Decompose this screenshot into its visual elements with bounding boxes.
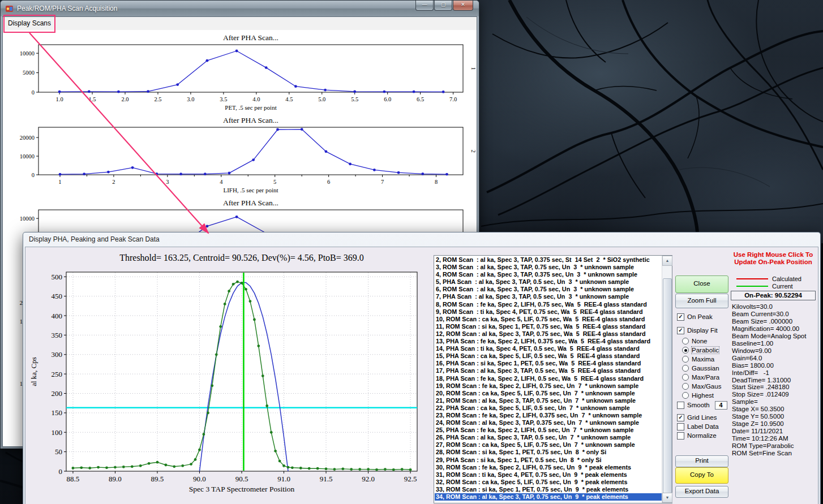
radio-none[interactable]: None [677,337,721,346]
info-line: Stage X= 50.3500 [732,406,806,413]
scan-list-item[interactable]: 34, ROM Scan : al ka, Spec 3, TAP, 0.75 … [435,493,662,501]
on-peak-checkbox-row[interactable]: ✓On Peak [677,313,713,321]
checkbox-display-fit[interactable]: ✓ [677,327,684,334]
radio-gaussian[interactable]: Gaussian [677,364,721,373]
svg-text:3: 3 [166,179,169,185]
copy-to-clipboard-button[interactable]: Copy To ClipBoard [675,467,728,484]
scan-list-item[interactable]: 17, PHA Scan : al ka, Spec 3, TAP, 0.5 s… [435,367,662,374]
scan-list-item[interactable]: 3, ROM Scan : al ka, Spec 3, TAP, 0.75 s… [435,264,662,271]
minimize-icon[interactable]: — [415,1,434,11]
scroll-up-icon[interactable]: ▲ [662,256,672,266]
scan-list-item[interactable]: 26, PHA Scan : al ka, Spec 3, TAP, 0.5 s… [435,434,662,441]
close-icon[interactable]: ✕ [453,1,473,11]
pha-scan-chart-2: 1234567801000020000After PHA Scan...LIFH… [3,116,475,199]
peak-scan-chart[interactable]: 88.589.089.590.090.591.091.592.092.50501… [28,248,429,501]
scan-list-item[interactable]: 12, ROM Scan : al ka, Spec 3, TAP, 0.75 … [435,330,662,338]
scan-list[interactable]: 2, ROM Scan : al ka, Spec 3, TAP, 0.375 … [434,255,672,503]
svg-text:2: 2 [112,179,115,185]
svg-text:5: 5 [273,179,276,185]
info-line: Gain=64.0 [732,355,806,362]
scan-list-item[interactable]: 20, ROM Scan : ca ka, Spec 5, LIF, 0.75 … [435,390,662,397]
radio-circle[interactable] [682,338,689,344]
info-line: Date= 11/11/2021 [732,428,806,435]
normalize-checkbox-row[interactable]: Normalize [677,432,717,440]
svg-text:3.0: 3.0 [187,96,194,102]
svg-text:1.5: 1.5 [88,96,96,102]
scan-list-item[interactable]: 31, ROM Scan : ti ka, Spec 4, PET, 0.75 … [435,471,662,479]
export-data-button[interactable]: Export Data [675,486,728,498]
scan-list-item[interactable]: 28, ROM Scan : si ka, Spec 1, PET, 0.75 … [435,449,662,456]
scan-list-item[interactable]: 29, PHA Scan : si ka, Spec 1, PET, 0.5 s… [435,456,662,464]
radio-circle[interactable] [682,347,689,354]
scan-list-item[interactable]: 11, ROM Scan : si ka, Spec 1, PET, 0.75 … [435,323,662,330]
svg-text:400: 400 [52,312,63,320]
radio-highest[interactable]: Highest [677,391,721,400]
radio-circle[interactable] [682,392,689,399]
scan-list-item[interactable]: 4, ROM Scan : al ka, Spec 3, TAP, 0.375 … [435,271,662,278]
radio-parabolic[interactable]: Parabolic [677,346,721,355]
scan-list-item[interactable]: 30, ROM Scan : fe ka, Spec 2, LIFH, 0.75… [435,464,662,471]
scan-list-item[interactable]: 2, ROM Scan : al ka, Spec 3, TAP, 0.375 … [435,256,662,264]
scan-list-item[interactable]: 8, ROM Scan : fe ka, Spec 2, LIFH, 0.75 … [435,301,662,308]
scan-list-item[interactable]: 7, PHA Scan : al ka, Spec 3, TAP, 0.5 se… [435,293,662,300]
checkbox-label-data[interactable] [677,423,684,430]
svg-text:10000: 10000 [20,50,35,57]
svg-text:5.5: 5.5 [351,96,358,102]
radio-circle[interactable] [682,365,689,372]
scan-list-scrollbar[interactable]: ▲ ▼ [662,256,672,503]
checkbox-label: On Peak [687,313,713,320]
scan-list-rows: 2, ROM Scan : al ka, Spec 3, TAP, 0.375 … [435,256,662,502]
app-icon [5,5,14,13]
scan-list-item[interactable]: 24, ROM Scan : al ka, Spec 3, TAP, 0.375… [435,419,662,427]
checkbox-normalize[interactable] [677,432,684,440]
window-controls: — ▢ ✕ [415,1,473,11]
checkbox-smooth[interactable] [677,402,684,409]
legend-label: Current [772,283,793,290]
scan-list-item[interactable]: 6, ROM Scan : al ka, Spec 3, TAP, 0.75 s… [435,286,662,293]
scan-list-item[interactable]: 32, ROM Scan : ca ka, Spec 5, LIF, 0.75 … [435,479,662,486]
scrollbar-thumb[interactable] [663,278,672,493]
scan-list-item[interactable]: 33, ROM Scan : si ka, Spec 1, PET, 0.75 … [435,486,662,493]
dialog-titlebar[interactable]: Display PHA, Peaking and Peak Scan Data [23,232,820,247]
scan-list-item[interactable]: 19, ROM Scan : fe ka, Spec 2, LIFH, 0.75… [435,382,662,390]
scan-list-item[interactable]: 27, ROM Scan : ca ka, Spec 5, LIF, 0.75 … [435,441,662,449]
radio-max-gaus[interactable]: Max/Gaus [677,382,721,391]
scan-list-item[interactable]: 10, ROM Scan : ca ka, Spec 5, LIF, 0.75 … [435,316,662,323]
smooth-checkbox-row[interactable]: Smooth 4 [677,401,727,409]
checkbox-on-peak[interactable]: ✓ [677,313,684,321]
radio-circle[interactable] [682,356,689,363]
radio-max-para[interactable]: Max/Para [677,373,721,382]
scroll-down-icon[interactable]: ▼ [662,493,672,503]
maximize-icon[interactable]: ▢ [434,1,452,11]
scan-list-item[interactable]: 15, PHA Scan : ca ka, Spec 5, LIF, 0.5 s… [435,352,662,360]
acquisition-info-list: Kilovolts=30.0Beam Current=30.0Beam Size… [732,303,806,457]
scan-list-item[interactable]: 21, ROM Scan : al ka, Spec 3, TAP, 0.75 … [435,397,662,404]
scan-list-item[interactable]: 9, ROM Scan : ti ka, Spec 4, PET, 0.75 s… [435,308,662,316]
svg-text:After PHA Scan...: After PHA Scan... [223,33,278,42]
scan-list-item[interactable]: 23, ROM Scan : fe ka, Spec 2, LIFH, 0.37… [435,412,662,419]
radio-circle[interactable] [682,374,689,381]
svg-text:After PHA Scan...: After PHA Scan... [223,116,278,124]
display-fit-checkbox-row[interactable]: ✓Display Fit [677,326,718,334]
label-data-checkbox-row[interactable]: Label Data [677,423,719,430]
radio-circle[interactable] [682,383,689,390]
zoom-full-button[interactable]: Zoom Full [675,294,728,308]
svg-text:7: 7 [381,179,384,185]
scan-list-item[interactable]: 14, PHA Scan : ti ka, Spec 4, PET, 0.5 s… [435,345,662,352]
scan-list-item[interactable]: 18, PHA Scan : fe ka, Spec 2, LIFH, 0.5 … [435,375,662,382]
menu-display-scans[interactable]: Display Scans [3,17,56,29]
scan-list-item[interactable]: 13, PHA Scan : fe ka, Spec 2, LIFH, 0.37… [435,338,662,345]
svg-text:90.5: 90.5 [235,475,248,483]
scan-list-item[interactable]: 16, PHA Scan : si ka, Spec 1, PET, 0.5 s… [435,360,662,367]
close-button[interactable]: Close [675,275,728,293]
scan-list-item[interactable]: 25, PHA Scan : fe ka, Spec 2, LIFH, 0.5 … [435,427,662,434]
dialog-title: Display PHA, Peaking and Peak Scan Data [29,232,820,247]
radio-maxima[interactable]: Maxima [677,355,721,364]
smooth-value-box[interactable]: 4 [715,401,727,410]
scan-list-item[interactable]: 22, PHA Scan : ca ka, Spec 5, LIF, 0.5 s… [435,404,662,412]
print-button[interactable]: Print [675,455,728,467]
scan-list-item[interactable]: 5, PHA Scan : al ka, Spec 3, TAP, 0.5 se… [435,278,662,286]
checkbox-grid-lines[interactable]: ✓ [677,414,684,421]
grid-lines-checkbox-row[interactable]: ✓Grid Lines [677,413,717,421]
radio-label: Max/Gaus [692,383,721,390]
